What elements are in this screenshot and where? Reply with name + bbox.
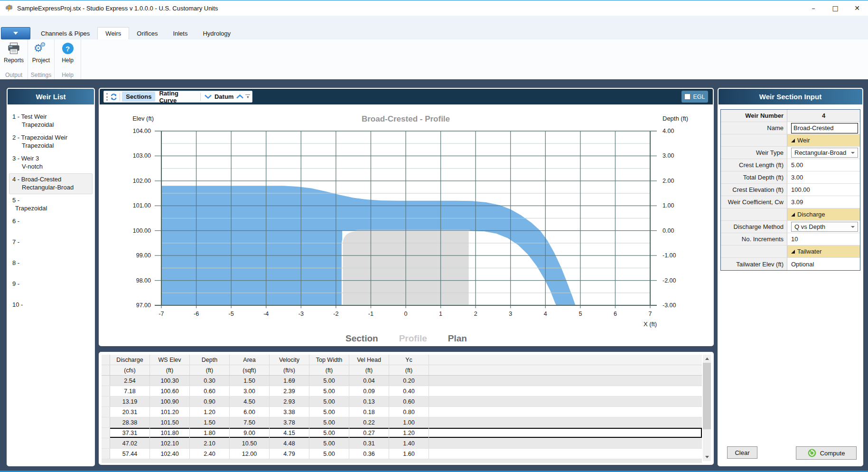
weir-coefficient-cw-value[interactable]: 3.09 — [787, 196, 860, 208]
cell: 3.38 — [270, 407, 309, 417]
column-header-discharge: Discharge — [110, 355, 150, 365]
weir-list-item-10[interactable]: 10 - — [9, 299, 93, 320]
cell: 0.40 — [389, 386, 429, 396]
svg-text:Broad-Crested - Profile: Broad-Crested - Profile — [362, 114, 450, 123]
weir-type-dropdown[interactable]: Rectangular-Broad — [791, 148, 858, 158]
svg-text:-3: -3 — [299, 311, 304, 317]
column-units: (ft) — [150, 365, 190, 375]
weir-list-item-4[interactable]: 4 - Broad-CrestedRectangular-Broad — [9, 173, 93, 194]
tailwater-elev-ft-value[interactable]: Optional — [787, 258, 860, 270]
weir-list-item-5[interactable]: 5 - Trapezoidal — [9, 194, 93, 215]
datum-down-button[interactable] — [205, 94, 212, 99]
table-row[interactable]: 13.19100.900.904.502.935.000.130.60 — [102, 396, 702, 407]
weir-list-item-8[interactable]: 8 - — [9, 257, 93, 278]
clear-button[interactable]: Clear — [727, 446, 757, 459]
cell: 2.10 — [190, 438, 230, 448]
toolbar-separator — [200, 93, 201, 101]
table-row[interactable]: 7.18100.600.603.002.395.000.090.40 — [102, 386, 702, 396]
filler-cell — [429, 376, 702, 386]
maximize-button[interactable]: □ — [824, 0, 846, 16]
cell: 101.80 — [150, 428, 190, 438]
gears-icon: ⚙⚙ — [34, 41, 48, 56]
cell: 5.00 — [309, 428, 349, 438]
cell: 2.39 — [270, 386, 309, 396]
discharge-method-dropdown[interactable]: Q vs Depth — [791, 222, 858, 232]
tab-orifices[interactable]: Orifices — [129, 27, 165, 39]
app-icon — [5, 4, 13, 12]
table-row[interactable]: 47.02102.102.1010.504.485.000.311.40 — [102, 438, 702, 449]
weir-item-name: 9 - — [12, 280, 91, 288]
table-row[interactable]: 37.31101.801.809.004.155.000.271.20 — [102, 428, 702, 438]
help-button[interactable]: ?Help — [59, 39, 76, 64]
column-units: (ft/s) — [270, 365, 309, 375]
tab-channels-pipes[interactable]: Channels & Pipes — [33, 27, 97, 39]
collapse-triangle-icon[interactable] — [791, 250, 795, 254]
sections-toolbar-button[interactable]: Sections — [122, 92, 155, 102]
no-increments-value[interactable]: 10 — [787, 233, 860, 245]
cell: 20.31 — [110, 407, 150, 417]
cell: 12.00 — [230, 449, 270, 459]
weir-list-item-6[interactable]: 6 - — [9, 215, 93, 236]
crest-elevation-ft-value[interactable]: 100.00 — [787, 184, 860, 196]
weir-list-item-9[interactable]: 9 - — [9, 278, 93, 299]
view-tab-plan[interactable]: Plan — [448, 333, 467, 344]
field-label — [721, 245, 787, 257]
table-header-row: DischargeWS ElevDepthAreaVelocityTop Wid… — [102, 355, 702, 365]
scroll-down-icon[interactable] — [703, 453, 711, 461]
cell: 5.00 — [309, 396, 349, 406]
field-value: Discharge — [787, 208, 860, 220]
column-units: (ft) — [309, 365, 349, 375]
datum-up-button[interactable] — [236, 94, 243, 99]
cell: 5.00 — [309, 417, 349, 427]
name-field[interactable] — [791, 123, 858, 133]
project-button[interactable]: ⚙⚙Project — [29, 39, 53, 64]
scroll-up-icon[interactable] — [703, 355, 711, 363]
table-scrollbar[interactable] — [703, 355, 711, 461]
rating-curve-toolbar-button[interactable]: Rating Curve — [155, 92, 198, 102]
app-menu-button[interactable] — [1, 27, 30, 39]
reports-button[interactable]: Reports — [1, 39, 27, 64]
table-row[interactable]: 20.31101.201.206.003.385.000.180.80 — [102, 407, 702, 417]
tab-weirs[interactable]: Weirs — [97, 27, 129, 39]
table-row[interactable]: 57.44102.402.4012.004.795.000.361.60 — [102, 449, 702, 459]
weir-list-item-2[interactable]: 2 - Trapezoidal WeirTrapezoidal — [9, 132, 93, 152]
weir-list-item-7[interactable]: 7 - — [9, 236, 93, 257]
svg-text:103.00: 103.00 — [133, 152, 151, 159]
svg-text:100.00: 100.00 — [133, 227, 151, 234]
egl-toggle[interactable]: EGL — [681, 91, 708, 103]
svg-text:97.00: 97.00 — [136, 302, 151, 309]
weir-list-item-1[interactable]: 1 - Test WeirTrapezoidal — [9, 111, 93, 132]
app-window: SampleExpressProj.stx - Studio Express v… — [0, 0, 868, 472]
view-tab-section[interactable]: Section — [345, 333, 378, 344]
minimize-button[interactable]: – — [803, 0, 824, 16]
refresh-icon[interactable] — [110, 93, 118, 101]
reports-button-label: Reports — [4, 57, 24, 64]
toolbar-overflow-button[interactable]: ▾ — [245, 94, 250, 99]
input-row-discharge-method: Discharge MethodQ vs Depth — [721, 221, 860, 233]
weir-list-item-3[interactable]: 3 - Weir 3V-notch — [9, 152, 93, 173]
toolbar-grip-handle[interactable] — [106, 93, 108, 101]
tab-inlets[interactable]: Inlets — [165, 27, 195, 39]
field-value: Q vs Depth — [787, 221, 860, 233]
svg-text:0.00: 0.00 — [663, 227, 674, 234]
svg-text:7: 7 — [649, 311, 652, 317]
scrollbar-thumb[interactable] — [703, 363, 711, 429]
collapse-triangle-icon[interactable] — [791, 213, 795, 217]
tab-hydrology[interactable]: Hydrology — [195, 27, 238, 39]
cell: 10.50 — [230, 438, 270, 448]
svg-text:0: 0 — [404, 311, 408, 317]
compute-button[interactable]: Compute — [796, 446, 857, 460]
table-row[interactable]: 2.54100.300.301.501.695.000.040.20 — [102, 376, 702, 386]
close-button[interactable]: ✕ — [846, 0, 868, 16]
egl-checkbox[interactable] — [684, 94, 691, 100]
project-button-label: Project — [32, 57, 50, 64]
view-tab-profile[interactable]: Profile — [399, 333, 427, 344]
collapse-triangle-icon[interactable] — [791, 139, 795, 142]
table-row[interactable]: 28.38101.501.507.503.785.000.221.00 — [102, 417, 702, 428]
total-depth-ft-value[interactable]: 3.00 — [787, 171, 860, 183]
cell: 28.38 — [110, 417, 150, 427]
svg-text:6: 6 — [614, 311, 617, 317]
cell: 5.00 — [309, 449, 349, 459]
crest-length-ft-value[interactable]: 5.00 — [787, 159, 860, 171]
row-header-cell — [102, 449, 110, 459]
